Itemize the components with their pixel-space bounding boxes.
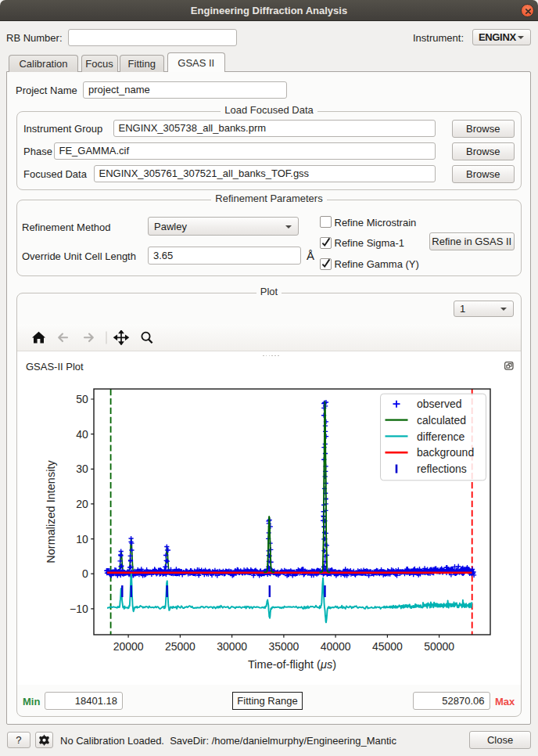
svg-text:Time-of-flight (μs): Time-of-flight (μs) <box>248 658 336 671</box>
svg-text:40: 40 <box>76 428 88 441</box>
svg-text:10: 10 <box>76 533 88 545</box>
svg-text:50: 50 <box>76 393 88 405</box>
svg-text:−10: −10 <box>70 603 88 615</box>
svg-text:35000: 35000 <box>268 640 299 653</box>
svg-text:Normalized Intensity: Normalized Intensity <box>45 460 57 563</box>
svg-text:reflections: reflections <box>417 463 467 475</box>
svg-text:50000: 50000 <box>424 640 454 653</box>
svg-text:20000: 20000 <box>113 640 144 653</box>
svg-text:calculated: calculated <box>417 414 466 427</box>
svg-text:20: 20 <box>76 498 88 510</box>
svg-text:observed: observed <box>417 398 462 410</box>
svg-text:0: 0 <box>82 567 88 580</box>
svg-text:background: background <box>417 446 474 459</box>
svg-text:30: 30 <box>76 463 88 475</box>
svg-text:30000: 30000 <box>217 640 247 653</box>
svg-text:45000: 45000 <box>372 640 403 653</box>
svg-text:40000: 40000 <box>321 640 351 653</box>
svg-text:25000: 25000 <box>165 640 195 653</box>
svg-text:difference: difference <box>417 430 464 443</box>
